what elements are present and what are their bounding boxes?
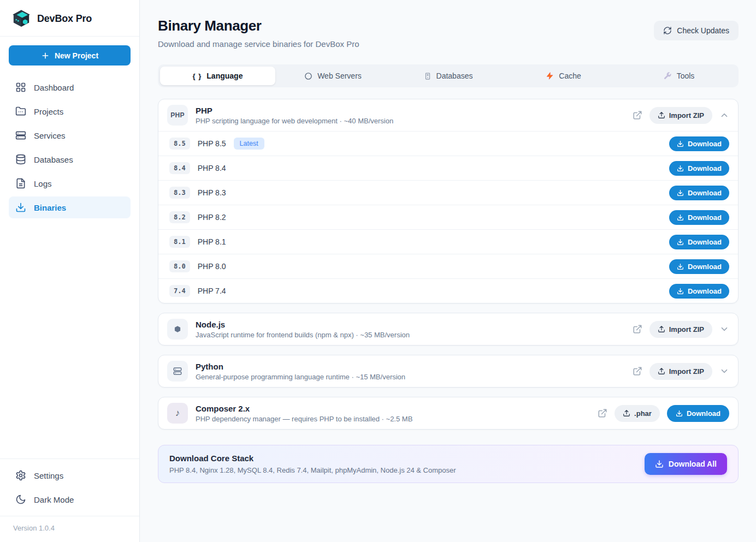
check-updates-button[interactable]: Check Updates — [654, 21, 739, 40]
music-note-icon: ♪ — [167, 403, 188, 424]
app-logo-cube-icon — [12, 9, 31, 28]
card-subtitle: PHP dependency manager — requires PHP to… — [196, 415, 412, 423]
external-link-icon[interactable] — [598, 408, 607, 418]
version-label: PHP 8.1 — [198, 237, 226, 246]
sidebar-item-logs[interactable]: Logs — [9, 172, 131, 194]
php-icon: PHP — [167, 105, 188, 126]
tab-language[interactable]: { } Language — [160, 67, 275, 85]
download-button[interactable]: Download — [667, 405, 729, 422]
moon-icon — [15, 494, 26, 505]
sidebar-item-databases[interactable]: Databases — [9, 148, 131, 170]
download-all-button[interactable]: Download All — [645, 453, 727, 475]
lightning-icon — [546, 72, 554, 80]
sidebar-item-dark-mode[interactable]: Dark Mode — [9, 489, 131, 510]
sidebar-item-binaries[interactable]: Binaries — [9, 196, 131, 218]
import-zip-button[interactable]: Import ZIP — [649, 363, 712, 380]
version-chip: 7.4 — [169, 285, 190, 297]
upload-icon — [658, 325, 665, 333]
database-icon — [424, 72, 432, 80]
sidebar-item-dashboard[interactable]: Dashboard — [9, 76, 131, 98]
card-subtitle: PHP scripting language for web developme… — [196, 117, 393, 125]
version-chip: 8.0 — [169, 260, 190, 272]
external-link-icon[interactable] — [633, 324, 642, 334]
banner-subtitle: PHP 8.4, Nginx 1.28, MySQL 8.4, Redis 7.… — [169, 466, 456, 474]
php-version-row: 8.2 PHP 8.2 Download — [158, 205, 738, 229]
phar-button[interactable]: .phar — [615, 405, 660, 422]
download-icon — [677, 239, 684, 246]
database-icon — [15, 154, 26, 165]
tab-databases[interactable]: Databases — [391, 67, 506, 85]
chevron-down-icon[interactable] — [719, 324, 729, 334]
version-label: PHP 8.2 — [198, 213, 226, 222]
binary-card-nodejs: Node.js JavaScript runtime for frontend … — [158, 313, 739, 346]
card-title: PHP — [196, 106, 393, 115]
version-label: PHP 7.4 — [198, 287, 226, 295]
download-icon — [677, 263, 684, 270]
page-subtitle: Download and manage service binaries for… — [158, 39, 359, 49]
external-link-icon[interactable] — [633, 366, 642, 376]
server-icon — [15, 130, 26, 141]
version-label: PHP 8.3 — [198, 188, 226, 197]
core-stack-banner: Download Core Stack PHP 8.4, Nginx 1.28,… — [158, 445, 739, 483]
import-zip-button[interactable]: Import ZIP — [649, 321, 712, 338]
php-version-row: 8.5 PHP 8.5 Latest Download — [158, 131, 738, 156]
version-chip: 8.4 — [169, 162, 190, 174]
sidebar-item-projects[interactable]: Projects — [9, 100, 131, 122]
card-title: Composer 2.x — [196, 404, 412, 413]
page-title: Binary Manager — [158, 17, 359, 34]
version-chip: 8.5 — [169, 138, 190, 150]
download-button[interactable]: Download — [669, 235, 729, 249]
chevron-up-icon[interactable] — [719, 110, 729, 120]
download-icon — [676, 410, 683, 417]
download-icon — [677, 214, 684, 221]
download-button[interactable]: Download — [669, 161, 729, 176]
download-button[interactable]: Download — [669, 136, 729, 151]
banner-title: Download Core Stack — [169, 454, 456, 463]
card-title: Node.js — [196, 320, 410, 329]
tab-cache[interactable]: Cache — [506, 67, 621, 85]
circle-icon — [304, 72, 312, 80]
grid-icon — [15, 82, 26, 93]
download-icon — [15, 202, 26, 213]
import-zip-button[interactable]: Import ZIP — [649, 107, 712, 124]
binary-card-python: Python General-purpose programming langu… — [158, 355, 739, 388]
chevron-down-icon[interactable] — [719, 366, 729, 376]
download-button[interactable]: Download — [669, 284, 729, 299]
upload-icon — [658, 111, 665, 119]
server-icon — [167, 361, 188, 382]
upload-icon — [658, 367, 665, 375]
new-project-button[interactable]: New Project — [9, 45, 131, 65]
download-button[interactable]: Download — [669, 259, 729, 274]
php-version-row: 8.1 PHP 8.1 Download — [158, 229, 738, 254]
download-button[interactable]: Download — [669, 210, 729, 225]
download-icon — [677, 140, 684, 147]
external-link-icon[interactable] — [633, 110, 642, 120]
app-version-label: Version 1.0.4 — [0, 516, 139, 542]
sidebar-footer-nav: Settings Dark Mode — [0, 458, 139, 516]
version-chip: 8.2 — [169, 211, 190, 223]
refresh-icon — [663, 26, 672, 35]
card-subtitle: JavaScript runtime for frontend builds (… — [196, 331, 410, 339]
plus-icon — [41, 51, 50, 60]
binary-card-php: PHP PHP PHP scripting language for web d… — [158, 99, 739, 303]
tab-web-servers[interactable]: Web Servers — [275, 67, 391, 85]
version-label: PHP 8.5 — [198, 139, 226, 148]
main-content: Binary Manager Download and manage servi… — [140, 0, 756, 542]
download-icon — [655, 460, 664, 468]
download-icon — [677, 189, 684, 196]
php-version-row: 8.3 PHP 8.3 Download — [158, 180, 738, 205]
download-icon — [677, 288, 684, 295]
wrench-icon — [663, 72, 672, 80]
download-button[interactable]: Download — [669, 186, 729, 200]
tab-tools[interactable]: Tools — [621, 67, 736, 85]
version-label: PHP 8.0 — [198, 262, 226, 271]
version-chip: 8.3 — [169, 187, 190, 199]
app-logo-row: DevBox Pro — [0, 0, 139, 37]
file-text-icon — [15, 178, 26, 189]
sidebar-item-services[interactable]: Services — [9, 124, 131, 146]
sidebar: DevBox Pro New Project Dashboard Project… — [0, 0, 140, 542]
category-tabbar: { } Language Web Servers Databases Cache — [158, 64, 739, 87]
sidebar-item-settings[interactable]: Settings — [9, 464, 131, 486]
card-subtitle: General-purpose programming language run… — [196, 373, 405, 381]
binary-card-composer: ♪ Composer 2.x PHP dependency manager — … — [158, 397, 739, 430]
